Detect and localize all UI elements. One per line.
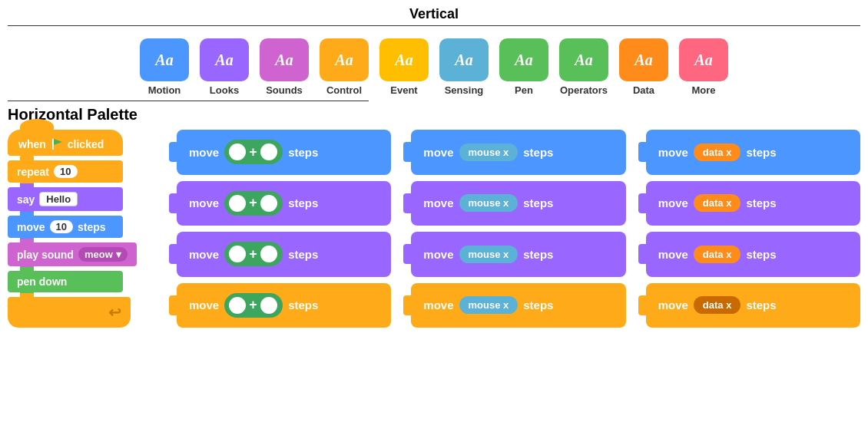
pen-down-block[interactable]: pen down [8,271,123,292]
say-block[interactable]: say Hello [8,187,123,211]
toggle-pill-c1r4[interactable]: + [224,293,283,318]
category-aa-looks: Aa [215,51,233,69]
toggle-circle-right-r3 [260,246,277,262]
steps-label-c3r1: steps [746,146,776,159]
data-x-pill-c3r2[interactable]: data x [694,194,741,212]
move-label-c3r4: move [658,298,688,312]
move-sensing-row-2[interactable]: move mouse x steps [411,181,625,226]
mouse-x-pill-c2r1[interactable]: mouse x [459,143,518,161]
move-toggle-row-1[interactable]: move + steps [177,130,391,175]
plus-icon-c1r3: + [249,246,257,262]
category-item-control[interactable]: Aa Control [320,38,369,96]
dropdown-arrow-icon: ▾ [116,249,121,260]
move-sensing-row-3[interactable]: move mouse x steps [411,232,625,277]
steps-label-c1r1: steps [288,146,318,159]
steps-label-c1r3: steps [288,248,318,261]
category-palette: Aa Motion Aa Looks Aa Sounds Aa Control [0,34,868,99]
right-blocks-grid: move + steps move mouse x steps move dat… [169,130,860,328]
move-sensing-row-1[interactable]: move mouse x steps [411,130,625,175]
data-x-pill-c3r3[interactable]: data x [694,246,741,263]
move-block-script[interactable]: move 10 steps [8,216,123,238]
category-item-sounds[interactable]: Aa Sounds [260,38,309,96]
move-toggle-row-2[interactable]: move + steps [177,181,391,226]
category-label-motion: Motion [148,84,181,96]
when-label: when [18,138,46,150]
category-block-control[interactable]: Aa [320,38,369,81]
plus-icon-c1r1: + [249,144,257,160]
category-block-sounds[interactable]: Aa [260,38,309,81]
move-label-c3r2: move [658,196,688,209]
mouse-x-pill-c2r4[interactable]: mouse x [459,296,518,314]
toggle-circle-left-r3 [229,246,246,262]
move-sensing-row-4[interactable]: move mouse x steps [411,283,625,328]
category-aa-sounds: Aa [275,51,293,69]
move-data-row-4[interactable]: move data x steps [646,283,860,328]
steps-label-c2r4: steps [523,298,553,312]
move-label-c2r2: move [423,196,453,209]
category-aa-motion: Aa [155,51,173,69]
category-block-looks[interactable]: Aa [200,38,249,81]
script-stack: when clicked repeat 10 say Hello [8,130,161,328]
category-aa-operators: Aa [575,51,592,69]
say-input[interactable]: Hello [39,192,78,206]
category-label-sounds: Sounds [266,84,303,96]
play-sound-label: play sound [17,249,74,261]
mouse-x-pill-c2r2[interactable]: mouse x [459,194,518,212]
category-block-operators[interactable]: Aa [559,38,608,81]
repeat-input[interactable]: 10 [54,165,77,178]
mouse-x-pill-c2r3[interactable]: mouse x [459,246,518,263]
move-toggle-row-3[interactable]: move + steps [177,232,391,277]
plus-icon-c1r4: + [249,297,257,313]
category-item-looks[interactable]: Aa Looks [200,38,249,96]
category-block-motion[interactable]: Aa [140,38,189,81]
category-block-event[interactable]: Aa [379,38,429,81]
move-label-c1r4: move [189,298,219,312]
move-input[interactable]: 10 [50,220,73,233]
category-item-data[interactable]: Aa Data [619,38,668,96]
toggle-pill-c1r1[interactable]: + [224,140,283,164]
toggle-circle-left-r4 [229,297,246,314]
move-data-row-2[interactable]: move data x steps [646,181,860,226]
category-item-operators[interactable]: Aa Operators [559,38,608,96]
script-arrow-icon: ↩ [108,303,121,322]
move-data-row-1[interactable]: move data x steps [646,130,860,175]
data-x-pill-c3r4[interactable]: data x [694,296,741,314]
category-aa-event: Aa [395,51,412,69]
data-x-pill-c3r1[interactable]: data x [694,143,741,161]
steps-label-c2r3: steps [523,248,553,261]
repeat-block[interactable]: repeat 10 [8,160,123,183]
category-item-event[interactable]: Aa Event [379,38,429,96]
category-label-sensing: Sensing [445,84,484,96]
move-label: move [17,221,45,233]
move-label-c3r3: move [658,248,688,261]
steps-label-c3r4: steps [746,298,776,312]
move-toggle-row-4[interactable]: move + steps [177,283,391,328]
move-data-row-3[interactable]: move data x steps [646,232,860,277]
mouse-x-label-c2r2: mouse x [469,197,509,209]
category-item-pen[interactable]: Aa Pen [499,38,548,96]
category-label-control: Control [326,84,362,96]
category-item-more[interactable]: Aa More [679,38,728,96]
category-block-more[interactable]: Aa [679,38,728,81]
mouse-x-label-c2r3: mouse x [469,249,509,260]
toggle-pill-c1r2[interactable]: + [224,191,283,216]
category-item-sensing[interactable]: Aa Sensing [439,38,489,96]
play-sound-block[interactable]: play sound meow ▾ [8,242,137,266]
steps-label-c1r2: steps [288,196,318,209]
category-block-sensing[interactable]: Aa [439,38,489,81]
toggle-pill-c1r3[interactable]: + [224,242,283,266]
sound-dropdown[interactable]: meow ▾ [78,247,128,262]
toggle-circle-right [260,143,277,160]
category-aa-control: Aa [335,51,353,69]
steps-label: steps [78,221,106,233]
category-aa-pen: Aa [515,51,532,69]
hat-block[interactable]: when clicked [8,130,123,156]
svg-rect-0 [52,139,54,150]
move-label-c2r3: move [423,248,453,261]
data-x-label-c3r4: data x [703,299,732,311]
category-item-motion[interactable]: Aa Motion [140,38,189,96]
plus-icon-c1r2: + [249,195,257,211]
category-block-pen[interactable]: Aa [499,38,548,81]
data-x-label-c3r3: data x [703,249,732,260]
category-block-data[interactable]: Aa [619,38,668,81]
